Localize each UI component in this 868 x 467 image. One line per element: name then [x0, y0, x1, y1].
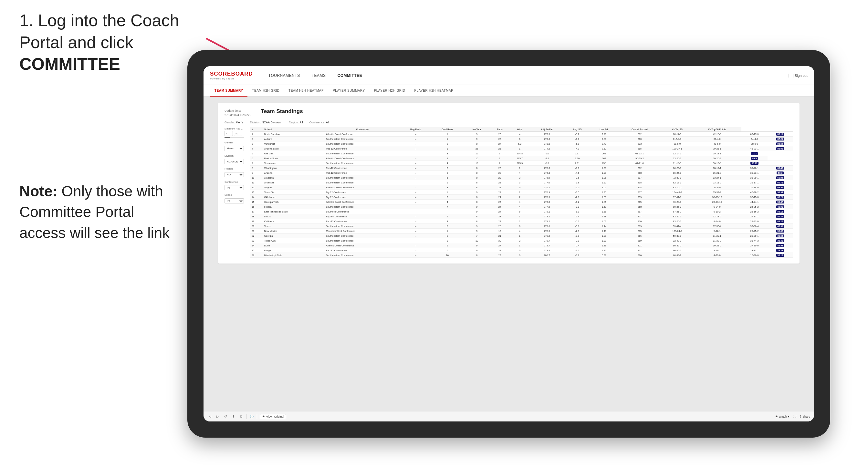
cell-r18-c15: 48.27 [768, 219, 793, 224]
cell-r24-c8: 278.5 [530, 248, 564, 253]
score-badge: 38.38 [776, 249, 785, 252]
share-button[interactable]: ⤴ Share [800, 415, 810, 418]
cell-r17-c1: Illinois [263, 214, 324, 219]
gender-sidebar-filter: Gender Men's [224, 141, 246, 151]
cell-r24-c6: 21 [490, 248, 509, 253]
sign-out-button[interactable]: Sign out [795, 74, 808, 77]
cell-r0-c14: 63-17-0 [741, 132, 767, 136]
cell-r14-c15: 58.47 [768, 199, 793, 205]
cell-r17-c10: 1.28 [590, 214, 617, 219]
cell-r2-c15: 86.54 [768, 142, 793, 146]
cell-r23-c0: 24 [250, 243, 263, 248]
cell-r0-c1: North Carolina [263, 132, 324, 136]
cell-r6-c9: 2.11 [564, 161, 591, 166]
cell-r3-c14: 43-23-1 [741, 146, 767, 151]
cell-r19-c5: 9 [464, 224, 490, 229]
toolbar-expand-icon[interactable]: ⛶ [792, 414, 797, 419]
bottom-toolbar: ◁ ▷ ↺ ⬇ ⧉ 🕐 👁 View: Original 👁 Watch ▾ ⛶… [204, 411, 814, 422]
division-sidebar-label: Division [224, 154, 246, 157]
step-bold: COMMITTEE [20, 55, 120, 73]
tablet-device: SCOREBOARD Powered by clippd TOURNAMENTS… [187, 50, 830, 438]
cell-r16-c13: 9-10-2 [692, 209, 741, 214]
tab-team-h2h-heatmap[interactable]: TEAM H2H HEATMAP [284, 85, 328, 97]
cell-r25-c3: – [400, 253, 431, 258]
gender-sidebar-select[interactable]: Men's [224, 146, 244, 151]
toolbar-forward-icon[interactable]: ▷ [215, 414, 220, 419]
cell-r5-c6: 7 [490, 156, 509, 161]
cell-r16-c2: Southern Conference [324, 209, 400, 214]
cell-r12-c13: 15-32-2 [692, 190, 741, 195]
nav-teams[interactable]: TEAMS [306, 66, 332, 85]
toolbar-back-icon[interactable]: ◁ [207, 414, 213, 419]
min-rounds-max-input[interactable] [234, 131, 242, 136]
region-label: Region: [289, 121, 299, 124]
cell-r20-c15: 50.88 [768, 229, 793, 234]
cell-r12-c9: -3.5 [564, 190, 591, 195]
cell-r18-c5: 8 [464, 219, 490, 224]
cell-r4-c7: 274.8 [509, 151, 530, 156]
min-rounds-min-input[interactable] [224, 131, 233, 136]
cell-r23-c6: 27 [490, 243, 509, 248]
cell-r6-c7: 275.9 [509, 161, 530, 166]
division-sidebar-select[interactable]: NCAA Division I [224, 159, 244, 164]
tab-player-h2h-heatmap[interactable]: PLAYER H2H HEATMAP [410, 85, 458, 97]
view-original-button[interactable]: 👁 View: Original [260, 414, 286, 419]
cell-r22-c6: 30 [490, 238, 509, 243]
tab-player-summary[interactable]: PLAYER SUMMARY [328, 85, 369, 97]
cell-r22-c0: 23 [250, 238, 263, 243]
cell-r13-c11: 309 [618, 195, 662, 199]
tab-player-h2h-grid[interactable]: PLAYER H2H GRID [370, 85, 410, 97]
toolbar-copy-icon[interactable]: ⧉ [239, 414, 244, 419]
toolbar-clock-icon[interactable]: 🕐 [249, 414, 254, 419]
cell-r19-c10: 1.44 [590, 224, 617, 229]
sign-out-section: | Sign out [788, 74, 808, 77]
cell-r16-c14: 23-16-2 [741, 209, 767, 214]
cell-r19-c2: Southeastern Conference [324, 224, 400, 229]
cell-r4-c4: 3 [431, 151, 464, 156]
tab-team-h2h-grid[interactable]: TEAM H2H GRID [247, 85, 284, 97]
cell-r1-c14: 54-4-0 [741, 136, 767, 142]
col-wins: Wins [509, 127, 530, 132]
nav-tournaments[interactable]: TOURNAMENTS [262, 66, 306, 85]
score-badge: 60.21 [776, 196, 785, 198]
cell-r20-c7: 4 [509, 229, 530, 234]
update-time: Update time: 27/03/2024 16:56:26 [224, 109, 251, 117]
nav-committee[interactable]: COMMITTEE [332, 66, 368, 85]
cell-r1-c6: 27 [490, 136, 509, 142]
cell-r0-c3: – [400, 132, 431, 136]
cell-r17-c8: 279.1 [530, 214, 564, 219]
cell-r17-c0: 18 [250, 214, 263, 219]
cell-r1-c15: 87.21 [768, 136, 793, 142]
cell-r15-c11: 258 [618, 205, 662, 209]
cell-r2-c0: 3 [250, 142, 263, 146]
cell-r19-c14: 33-38-4 [741, 224, 767, 229]
table-row: 8WashingtonPac-12 Conference–28231276.3-… [250, 166, 793, 170]
cell-r10-c11: 268 [618, 180, 662, 185]
cell-r0-c7: 4 [509, 132, 530, 136]
cell-r14-c5: 8 [464, 199, 490, 205]
toolbar-reload-icon[interactable]: ↺ [223, 414, 228, 419]
min-rounds-slider[interactable] [224, 137, 244, 138]
score-badge: 48.27 [776, 220, 785, 223]
cell-r11-c10: 2.01 [590, 185, 617, 190]
col-rank: # [250, 127, 263, 132]
conference-sidebar-select[interactable]: (All) [224, 185, 244, 190]
col-school: School [263, 127, 324, 132]
min-rounds-label: Minimum Rou... [224, 127, 246, 130]
tab-team-summary[interactable]: TEAM SUMMARY [210, 85, 247, 97]
cell-r3-c3: – [400, 146, 431, 151]
cell-r8-c8: 276.3 [530, 170, 564, 175]
conference-filter-display: Conference: All [309, 121, 329, 124]
cell-r22-c9: -2.0 [564, 238, 591, 243]
cell-r1-c4: 1 [431, 136, 464, 142]
cell-r0-c12: 88-17-0 [661, 132, 692, 136]
conference-sidebar-filter: Conference (All) [224, 181, 246, 191]
school-sidebar-select[interactable]: (All) [224, 198, 244, 204]
instruction-step: 1. Log into the Coach Portal and click C… [20, 10, 213, 75]
region-sidebar-select[interactable]: N/A [224, 172, 244, 177]
division-value: NCAA Division I [262, 121, 282, 124]
toolbar-download-icon[interactable]: ⬇ [231, 414, 236, 419]
table-row: 15Georgia TechAtlantic Coast Conference–… [250, 199, 793, 205]
watch-button[interactable]: 👁 Watch ▾ [775, 415, 789, 418]
cell-r1-c1: Auburn [263, 136, 324, 142]
